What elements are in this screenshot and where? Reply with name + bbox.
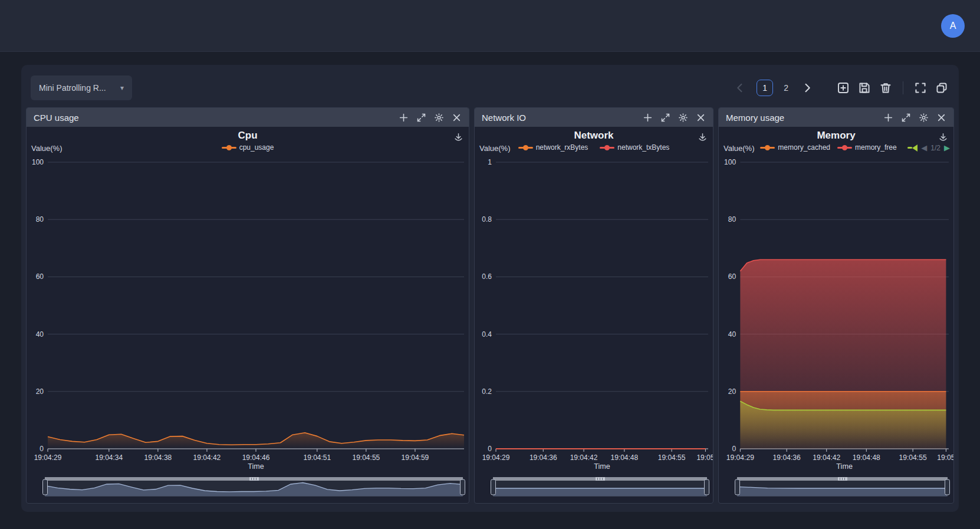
panel-memory-usage: Memory usage Memory Value(%) me [718,107,954,504]
panel-title: Network IO [482,113,526,123]
expand-icon[interactable] [660,113,670,123]
svg-text:19:04:42: 19:04:42 [570,454,598,462]
close-icon[interactable] [696,113,706,123]
svg-text:40: 40 [36,330,44,339]
svg-text:19:04:55: 19:04:55 [658,454,686,462]
legend-label: memory_cached [778,143,830,152]
datazoom-slider-cpu[interactable] [45,477,463,497]
svg-text:60: 60 [36,272,44,281]
legend-item-truncated[interactable] [907,144,917,152]
svg-text:40: 40 [728,330,736,339]
legend-next-icon[interactable]: ▶ [944,143,950,152]
svg-text:19:04:55: 19:04:55 [899,454,927,462]
dashboard-selector[interactable]: Mini Patrolling R... ▾ [31,75,132,100]
user-avatar[interactable]: A [941,14,965,38]
cpu-chart[interactable]: 02040608010019:04:2919:04:3419:04:3819:0… [27,156,469,472]
gear-icon[interactable] [678,113,688,123]
svg-text:19:04:34: 19:04:34 [95,454,123,462]
close-icon[interactable] [936,113,946,123]
svg-text:19:04:42: 19:04:42 [193,454,221,462]
svg-text:1: 1 [488,158,492,166]
datazoom-shadow [494,481,706,496]
legend-prev-icon[interactable]: ◀ [921,143,927,152]
svg-text:19:04:48: 19:04:48 [853,454,880,462]
legend-page-info: 1/2 [930,144,940,152]
legend-item-memory-free[interactable]: memory_free [837,143,897,152]
svg-text:20: 20 [728,387,736,396]
datazoom-right-handle[interactable] [945,479,950,495]
svg-text:19:04:29: 19:04:29 [34,454,62,462]
dashboard-selector-label: Mini Patrolling R... [39,83,106,93]
add-panel-button[interactable] [837,81,850,94]
svg-text:80: 80 [728,215,736,224]
chart-title: Cpu [27,127,469,142]
svg-text:100: 100 [32,158,44,166]
legend-item-cpu-usage[interactable]: cpu_usage [222,143,274,152]
legend-label: network_txBytes [617,143,669,152]
datazoom-left-handle[interactable] [42,479,48,495]
panel-cpu-usage: CPU usage Cpu Value(%) cpu_usag [26,107,469,504]
expand-icon[interactable] [416,113,426,123]
duplicate-icon [935,81,948,94]
svg-text:0: 0 [40,445,44,453]
download-icon[interactable] [453,132,463,142]
legend-label: network_rxBytes [536,143,588,152]
svg-text:100: 100 [724,158,736,166]
svg-text:19:04:46: 19:04:46 [242,454,270,462]
legend-marker [518,144,533,150]
svg-text:0: 0 [488,445,492,453]
network-chart[interactable]: 00.20.40.60.8119:04:2919:04:3619:04:4219… [475,156,713,472]
legend-label: memory_free [855,143,897,152]
datazoom-slider-network[interactable] [493,477,707,497]
svg-text:19:04:55: 19:04:55 [353,454,380,462]
legend-marker [222,144,236,150]
dashboard-container: Mini Patrolling R... ▾ 1 2 [21,65,959,512]
chevron-right-icon[interactable] [799,82,815,94]
datazoom-slider-memory[interactable] [737,477,948,497]
plus-icon[interactable] [883,113,893,123]
panel-header-cpu[interactable]: CPU usage [27,108,469,127]
trash-icon [879,81,892,94]
chevron-down-icon: ▾ [120,84,124,92]
fullscreen-button[interactable] [914,81,927,94]
svg-text:19:04:38: 19:04:38 [144,454,172,462]
svg-text:19:05: 19:05 [937,454,953,462]
duplicate-button[interactable] [935,81,948,94]
chevron-left-icon[interactable] [732,82,748,94]
chart-title: Network [475,127,713,142]
datazoom-right-handle[interactable] [704,479,709,495]
svg-text:0.4: 0.4 [482,330,492,339]
svg-text:19:04:36: 19:04:36 [530,454,557,462]
download-icon[interactable] [938,132,948,142]
expand-icon[interactable] [901,113,911,123]
datazoom-shadow [45,481,462,496]
svg-text:0.2: 0.2 [482,387,492,396]
svg-text:0: 0 [732,445,736,453]
datazoom-left-handle[interactable] [491,479,496,495]
delete-button[interactable] [879,81,892,94]
plus-icon[interactable] [643,113,653,123]
chart-title: Memory [719,127,953,142]
legend-item-network-txbytes[interactable]: network_txBytes [600,143,669,152]
close-icon[interactable] [452,113,462,123]
legend-item-network-rxbytes[interactable]: network_rxBytes [518,143,588,152]
panel-network-io: Network IO Network Value(%) net [474,107,713,504]
save-button[interactable] [858,81,871,94]
page-button-2[interactable]: 2 [781,83,791,93]
memory-chart[interactable]: 02040608010019:04:2919:04:3619:04:4219:0… [719,156,953,472]
page-button-1[interactable]: 1 [757,80,773,96]
panel-header-network[interactable]: Network IO [475,108,713,127]
datazoom-right-handle[interactable] [460,479,465,495]
gear-icon[interactable] [919,113,929,123]
legend-item-memory-cached[interactable]: memory_cached [760,143,830,152]
add-panel-icon [837,81,850,94]
legend-memory: memory_cached memory_free [747,143,910,152]
gear-icon[interactable] [434,113,444,123]
toolbar-actions: 1 2 [732,80,948,96]
topbar: A [0,0,980,52]
plus-icon[interactable] [399,113,409,123]
panel-header-memory[interactable]: Memory usage [719,108,953,127]
datazoom-shadow [738,481,947,496]
datazoom-left-handle[interactable] [735,479,740,495]
download-icon[interactable] [698,132,708,142]
